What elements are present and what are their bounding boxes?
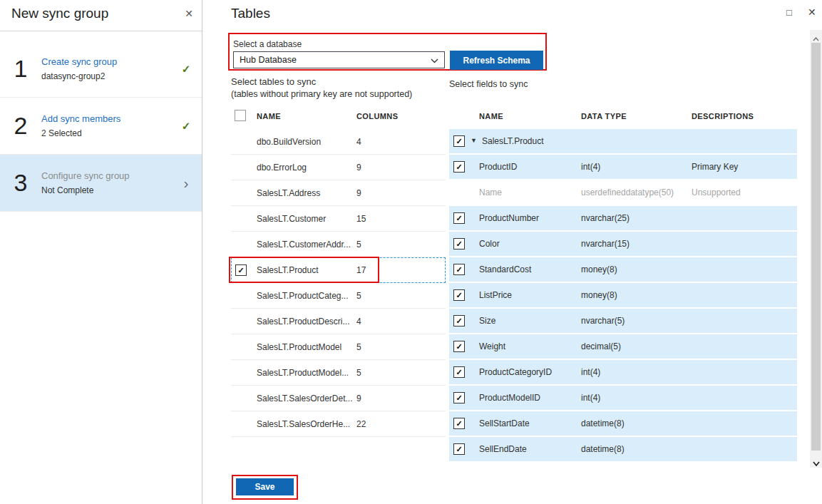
- checkbox-checked-icon[interactable]: ✓: [453, 161, 465, 173]
- table-column-count: 17: [356, 265, 366, 275]
- field-name: Name: [479, 187, 502, 197]
- save-button[interactable]: Save: [236, 478, 294, 495]
- field-name: ProductCategoryID: [479, 367, 552, 377]
- checkbox-checked-icon[interactable]: ✓: [453, 135, 465, 147]
- field-data-type: money(8): [581, 290, 617, 300]
- field-row[interactable]: ✓Sizenvarchar(5): [449, 309, 797, 333]
- field-row[interactable]: Nameuserdefineddatatype(50)Unsupported: [449, 180, 797, 205]
- database-label: Select a database: [233, 39, 302, 49]
- field-name: ListPrice: [479, 290, 512, 300]
- field-name: Color: [479, 239, 500, 249]
- fields-heading: Select fields to sync: [449, 79, 528, 89]
- table-column-count: 5: [356, 342, 361, 352]
- new-sync-group-blade: New sync group ✕ 1 Create sync group dat…: [0, 0, 202, 504]
- checkbox-checked-icon[interactable]: ✓: [453, 212, 465, 224]
- refresh-schema-button[interactable]: Refresh Schema: [450, 51, 543, 70]
- table-row[interactable]: SalesLT.ProductDescri... 4: [231, 309, 446, 334]
- table-row[interactable]: SalesLT.ProductCateg... 5: [231, 283, 446, 309]
- checkbox-checked-icon[interactable]: ✓: [453, 392, 465, 403]
- scroll-up-icon[interactable]: [810, 31, 822, 41]
- table-row[interactable]: ✓SalesLT.Product 17: [231, 257, 446, 283]
- step-item-1[interactable]: 1 Create sync group datasync-group2 ✓: [0, 41, 202, 98]
- database-selector-highlight-box: Select a database Hub Database Refresh S…: [228, 33, 547, 71]
- checkbox-checked-icon[interactable]: ✓: [453, 315, 465, 326]
- checkmark-icon: ✓: [170, 120, 202, 133]
- checkbox-checked-icon[interactable]: ✓: [453, 264, 465, 275]
- field-row[interactable]: ✓SellEndDatedatetime(8): [449, 437, 797, 461]
- table-column-count: 4: [356, 317, 361, 326]
- step-title: Configure sync group: [41, 170, 170, 181]
- scroll-down-icon[interactable]: [810, 456, 822, 466]
- step-number: 3: [0, 169, 41, 197]
- field-row[interactable]: ✓ProductModelIDint(4): [449, 386, 797, 410]
- table-row[interactable]: SalesLT.ProductModel 5: [231, 334, 446, 360]
- restore-icon[interactable]: □: [786, 7, 792, 18]
- checkbox-checked-icon[interactable]: ✓: [453, 238, 465, 250]
- field-row[interactable]: ✓StandardCostmoney(8): [449, 257, 797, 282]
- blade-title: New sync group: [11, 6, 108, 21]
- field-data-type: datetime(8): [581, 444, 625, 454]
- table-column-count: 9: [356, 394, 361, 403]
- table-name: SalesLT.Customer: [257, 214, 326, 224]
- field-name: SalesLT.Product: [482, 136, 544, 146]
- step-text: Create sync group datasync-group2: [41, 56, 170, 81]
- table-column-count: 15: [356, 214, 366, 224]
- step-item-3[interactable]: 3 Configure sync group Not Complete ›: [0, 155, 202, 212]
- field-name: SellEndDate: [479, 444, 527, 454]
- table-row[interactable]: dbo.BuildVersion 4: [231, 129, 446, 155]
- field-data-type: int(4): [581, 367, 600, 377]
- step-subtitle: datasync-group2: [41, 71, 170, 81]
- field-row[interactable]: ✓ProductCategoryIDint(4): [449, 360, 797, 384]
- table-name: SalesLT.ProductModel: [257, 342, 341, 352]
- collapse-icon[interactable]: ▼: [471, 137, 477, 144]
- field-row[interactable]: ✓Weightdecimal(5): [449, 334, 797, 359]
- table-row[interactable]: dbo.ErrorLog 9: [231, 155, 446, 180]
- step-subtitle: Not Complete: [41, 185, 170, 195]
- table-name: SalesLT.ProductModel...: [257, 368, 349, 378]
- close-icon[interactable]: ✕: [185, 8, 193, 19]
- select-all-checkbox[interactable]: [235, 110, 246, 121]
- field-data-type: int(4): [581, 393, 600, 403]
- table-name: SalesLT.ProductCateg...: [257, 291, 349, 301]
- step-number: 1: [0, 55, 41, 83]
- chevron-down-icon: [431, 58, 438, 63]
- checkbox-checked-icon[interactable]: ✓: [453, 289, 465, 301]
- scrollbar-thumb[interactable]: [811, 43, 821, 451]
- step-title: Create sync group: [41, 56, 170, 67]
- step-text: Configure sync group Not Complete: [41, 170, 170, 195]
- tables-header-row: NAME COLUMNS: [231, 106, 446, 128]
- close-icon[interactable]: ✕: [808, 6, 816, 18]
- field-row[interactable]: ✓Colornvarchar(15): [449, 232, 797, 256]
- checkbox-checked-icon[interactable]: ✓: [235, 264, 247, 276]
- table-row[interactable]: SalesLT.SalesOrderDet... 9: [231, 386, 446, 411]
- field-row[interactable]: ✓SellStartDatedatetime(8): [449, 411, 797, 436]
- field-row[interactable]: ✓ProductIDint(4)Primary Key: [449, 155, 797, 179]
- tables-rows: dbo.BuildVersion 4dbo.ErrorLog 9SalesLT.…: [231, 129, 446, 437]
- database-dropdown[interactable]: Hub Database: [233, 51, 445, 68]
- tables-subheading: (tables without primary key are not supp…: [231, 89, 412, 99]
- field-name: StandardCost: [479, 264, 531, 274]
- checkbox-checked-icon[interactable]: ✓: [453, 443, 465, 455]
- field-row[interactable]: ✓ListPricemoney(8): [449, 283, 797, 307]
- field-data-type: int(4): [581, 162, 600, 172]
- table-column-count: 22: [356, 419, 366, 429]
- table-row[interactable]: SalesLT.CustomerAddr... 5: [231, 232, 446, 257]
- field-description: Unsupported: [692, 187, 741, 197]
- checkbox-checked-icon[interactable]: ✓: [453, 366, 465, 378]
- field-row[interactable]: ✓▼SalesLT.Product: [449, 129, 797, 153]
- table-row[interactable]: SalesLT.Customer 15: [231, 206, 446, 232]
- step-item-2[interactable]: 2 Add sync members 2 Selected ✓: [0, 98, 202, 155]
- table-name: dbo.ErrorLog: [257, 163, 307, 173]
- table-column-count: 5: [356, 368, 361, 378]
- table-column-count: 5: [356, 240, 361, 250]
- table-row[interactable]: SalesLT.SalesOrderHe... 22: [231, 411, 446, 437]
- table-column-count: 9: [356, 163, 361, 173]
- scrollbar[interactable]: [810, 30, 822, 468]
- field-data-type: userdefineddatatype(50): [581, 187, 674, 197]
- field-row[interactable]: ✓ProductNumbernvarchar(25): [449, 206, 797, 230]
- checkbox-checked-icon[interactable]: ✓: [453, 341, 465, 352]
- checkbox-checked-icon[interactable]: ✓: [453, 418, 465, 429]
- table-row[interactable]: SalesLT.Address 9: [231, 180, 446, 206]
- table-column-count: 4: [356, 137, 361, 147]
- table-row[interactable]: SalesLT.ProductModel... 5: [231, 360, 446, 386]
